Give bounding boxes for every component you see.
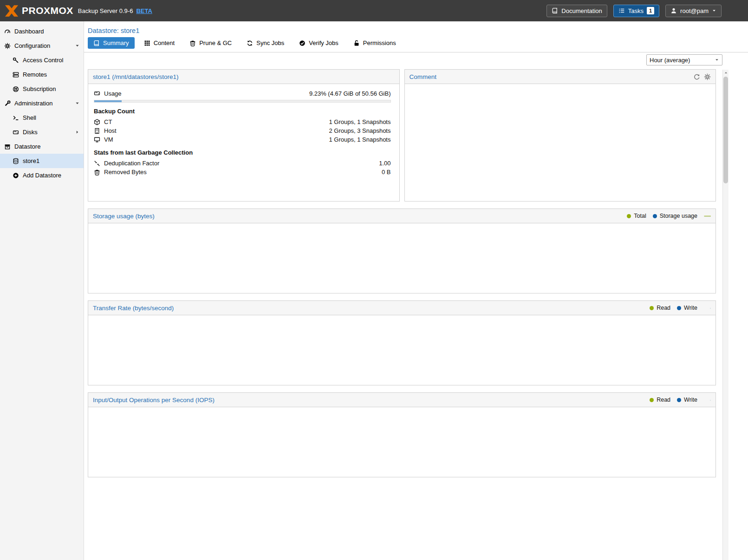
chevron-down-icon[interactable] bbox=[75, 101, 80, 106]
svg-text:11:57:00: 11:57:00 bbox=[709, 400, 710, 400]
svg-text:11:37:00: 11:37:00 bbox=[708, 400, 708, 400]
refresh-icon[interactable] bbox=[693, 73, 700, 80]
chevron-right-icon[interactable] bbox=[75, 130, 80, 135]
scrollbar-thumb[interactable] bbox=[723, 77, 728, 183]
gc-stats-row: Deduplication Factor1.00 bbox=[94, 159, 391, 168]
svg-text:2020-11-06: 2020-11-06 bbox=[709, 400, 710, 400]
gear-icon[interactable] bbox=[704, 73, 711, 80]
legend-item: Read bbox=[650, 397, 670, 403]
tab-label: Summary bbox=[103, 39, 129, 46]
sidebar-item-remotes[interactable]: Remotes bbox=[0, 67, 84, 82]
scroll-up-icon[interactable] bbox=[723, 70, 728, 76]
timeframe-select-value: Hour (average) bbox=[650, 57, 712, 64]
svg-text:10: 10 bbox=[704, 400, 704, 400]
tab-label: Sync Jobs bbox=[256, 39, 284, 46]
chart-panel-header: Transfer Rate (bytes/second)ReadWrite050… bbox=[88, 301, 715, 315]
chevron-down-icon[interactable] bbox=[75, 43, 80, 48]
tab-label: Permissions bbox=[363, 39, 396, 46]
sidebar-item-subscription[interactable]: Subscription bbox=[0, 82, 84, 96]
usage-progress-fill bbox=[94, 100, 122, 102]
sidebar-item-dashboard[interactable]: Dashboard bbox=[0, 24, 84, 39]
svg-text:2020-11-06: 2020-11-06 bbox=[709, 400, 709, 400]
collapse-icon[interactable]: 01020304050602020-11-0611:01:002020-11-0… bbox=[704, 397, 711, 404]
lifering-icon bbox=[13, 86, 19, 92]
svg-text:30: 30 bbox=[704, 399, 704, 400]
sidebar-item-administration[interactable]: Administration bbox=[0, 96, 84, 111]
svg-text:2020-11-06: 2020-11-06 bbox=[709, 308, 710, 308]
tab-content[interactable]: Content bbox=[138, 37, 181, 49]
legend-label: Write bbox=[684, 305, 697, 311]
tab-label: Content bbox=[154, 39, 175, 46]
svg-text:2020-11-06: 2020-11-06 bbox=[707, 308, 708, 308]
gauge-icon bbox=[4, 28, 11, 35]
user-menu-button[interactable]: root@pam bbox=[665, 5, 722, 17]
legend-item: Read bbox=[650, 305, 670, 311]
tasks-label: Tasks bbox=[628, 7, 644, 14]
tasks-button[interactable]: Tasks 1 bbox=[613, 5, 659, 17]
plus-circle-icon bbox=[13, 172, 19, 179]
book-icon bbox=[552, 7, 558, 14]
sidebar-item-label: Configuration bbox=[14, 42, 50, 49]
sidebar-item-datastore[interactable]: Datastore bbox=[0, 139, 84, 154]
sidebar-item-access-control[interactable]: Access Control bbox=[0, 53, 84, 67]
svg-text:2020-11-06: 2020-11-06 bbox=[705, 308, 706, 308]
legend-label: Write bbox=[684, 397, 697, 403]
check-circle-icon bbox=[299, 40, 306, 46]
tab-prune-gc[interactable]: Prune & GC bbox=[184, 37, 237, 49]
gears-icon bbox=[4, 43, 11, 49]
page-title: Datastore: store1 bbox=[84, 21, 748, 37]
collapse-icon[interactable]: 0500 k1 M1.5 M2 M2020-11-0611:01:002020-… bbox=[704, 305, 711, 312]
comment-panel-header: Comment bbox=[405, 70, 716, 84]
beta-link[interactable]: BETA bbox=[136, 7, 152, 14]
documentation-button[interactable]: Documentation bbox=[546, 5, 607, 17]
svg-text:2020-11-06: 2020-11-06 bbox=[707, 400, 708, 400]
sidebar-item-store1[interactable]: store1 bbox=[0, 154, 84, 168]
sidebar-item-disks[interactable]: Disks bbox=[0, 125, 84, 139]
svg-text:2020-11-06: 2020-11-06 bbox=[705, 400, 706, 400]
svg-text:2020-11-06: 2020-11-06 bbox=[708, 308, 709, 308]
disk-icon bbox=[94, 90, 100, 97]
svg-text:2020-11-06: 2020-11-06 bbox=[705, 308, 706, 308]
toolbar: Hour (average) bbox=[84, 52, 748, 67]
vertical-scrollbar[interactable] bbox=[722, 70, 728, 560]
sidebar-item-shell[interactable]: Shell bbox=[0, 111, 84, 125]
summary-panel-title: store1 (/mnt/datastores/store1) bbox=[93, 73, 179, 80]
svg-text:2020-11-06: 2020-11-06 bbox=[709, 308, 710, 308]
sidebar-item-configuration[interactable]: Configuration bbox=[0, 39, 84, 53]
product-name: Backup Server 0.9-6 bbox=[78, 7, 133, 14]
svg-text:2020-11-06: 2020-11-06 bbox=[706, 400, 707, 400]
legend-dot bbox=[650, 398, 654, 402]
svg-text:11:01:00: 11:01:00 bbox=[704, 400, 704, 400]
usage-progress-bar bbox=[94, 100, 391, 103]
tab-permissions[interactable]: Permissions bbox=[348, 37, 402, 49]
compress-icon bbox=[94, 160, 100, 167]
row-value: 1 Groups, 1 Snapshots bbox=[329, 118, 391, 125]
sidebar-item-label: Subscription bbox=[23, 85, 56, 92]
tab-verify-jobs[interactable]: Verify Jobs bbox=[293, 37, 344, 49]
svg-text:11:29:00: 11:29:00 bbox=[707, 308, 707, 308]
sync-icon bbox=[247, 40, 253, 46]
legend-item: Write bbox=[677, 397, 697, 403]
comment-content[interactable] bbox=[405, 84, 716, 91]
row-value: 0 B bbox=[382, 169, 391, 176]
svg-text:2020-11-06: 2020-11-06 bbox=[709, 308, 709, 308]
proxmox-logo: PROXMOX bbox=[5, 5, 73, 17]
collapse-icon[interactable]: 010 G20 G30 G40 G50 G60 G2020-11-0611:01… bbox=[704, 213, 711, 220]
comment-panel: Comment bbox=[404, 69, 716, 202]
sidebar-item-add-datastore[interactable]: Add Datastore bbox=[0, 168, 84, 182]
svg-text:11:25:00: 11:25:00 bbox=[706, 400, 707, 400]
svg-text:2020-11-06: 2020-11-06 bbox=[708, 400, 709, 400]
timeframe-select[interactable]: Hour (average) bbox=[646, 54, 722, 65]
tab-sync-jobs[interactable]: Sync Jobs bbox=[241, 37, 290, 49]
legend-label: Total bbox=[634, 213, 646, 219]
sidebar-item-label: Access Control bbox=[23, 57, 63, 64]
backup-count-header: Backup Count bbox=[94, 108, 391, 115]
chart-title: Transfer Rate (bytes/second) bbox=[93, 305, 174, 312]
svg-text:2020-11-06: 2020-11-06 bbox=[704, 400, 705, 400]
topbar-actions: Documentation Tasks 1 root@pam bbox=[546, 5, 722, 17]
charts-section: Storage usage (bytes)TotalStorage usage0… bbox=[88, 208, 716, 477]
tab-summary[interactable]: Summary bbox=[88, 37, 135, 49]
usage-value: 9.23% (4.67 GiB of 50.56 GiB) bbox=[309, 90, 391, 97]
chart-title: Storage usage (bytes) bbox=[93, 213, 155, 220]
svg-text:2020-11-06: 2020-11-06 bbox=[707, 400, 708, 400]
